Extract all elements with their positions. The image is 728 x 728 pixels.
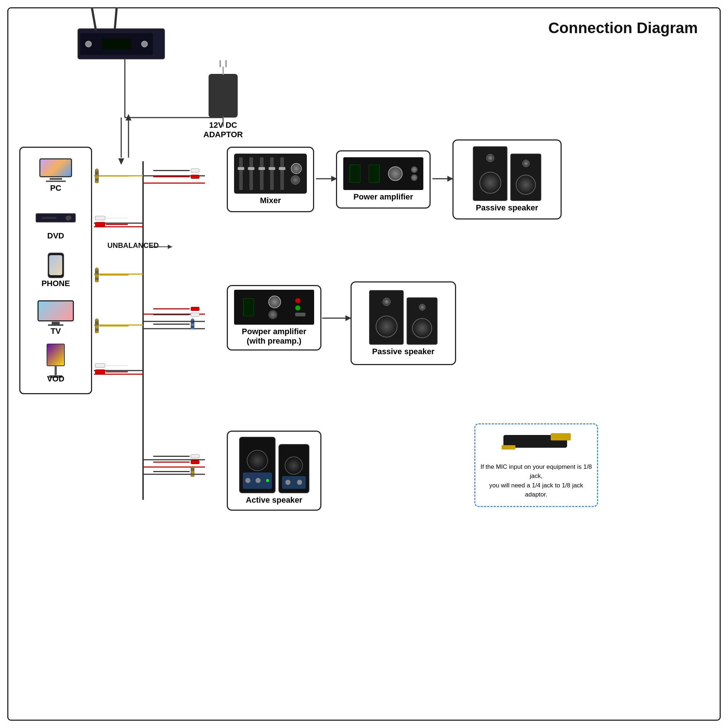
power-amp-image xyxy=(343,157,423,190)
active-speaker-label: Active speaker xyxy=(246,496,302,505)
preamp-controls xyxy=(268,295,281,319)
passive-speaker-mid: Passive speaker xyxy=(350,281,456,365)
amp-knob-2 xyxy=(411,174,418,181)
mixer-input-cables xyxy=(153,168,199,180)
woofer-right-mid xyxy=(412,318,432,338)
active-tweeter-second xyxy=(291,448,297,455)
mixer-knobs-panel xyxy=(291,163,302,185)
ctrl-knob-2 xyxy=(255,478,261,483)
mixer-cable-1 xyxy=(153,168,199,173)
cable-black-1 xyxy=(153,170,190,171)
preamp-led-2 xyxy=(295,305,300,310)
svg-marker-6 xyxy=(125,114,132,121)
source-dvd: DVD xyxy=(24,205,87,241)
trs-plug-phone xyxy=(95,268,99,282)
ctrl-knob-3 xyxy=(285,480,291,485)
adaptor-note-2: you will need a 1/4 jack to 1/8 jack ada… xyxy=(479,481,593,499)
rca-red-cable xyxy=(106,224,128,225)
dvd-cable xyxy=(95,216,128,226)
cable-red-pre xyxy=(153,308,190,309)
fader-knob-1 xyxy=(238,167,244,170)
wireless-receiver xyxy=(78,28,172,59)
mixer-cable-2 xyxy=(153,175,199,179)
speaker-right-top xyxy=(510,154,541,201)
rca-red-plug xyxy=(95,222,105,226)
receiver-knob-1 xyxy=(85,41,92,47)
rca-white-act xyxy=(191,454,199,458)
passive-speaker-top-label: Passive speaker xyxy=(476,203,538,213)
trs-yellow-act xyxy=(191,466,194,477)
fader-4 xyxy=(270,157,274,190)
preamp-cable-black xyxy=(153,313,199,317)
amp-knob-big xyxy=(388,166,402,181)
active-cable-group xyxy=(153,454,199,477)
source-vod-label: VOD xyxy=(47,374,64,384)
active-control-panel xyxy=(243,473,272,489)
fader-knob-5 xyxy=(279,167,285,170)
dc-adaptor: 12V DC ADAPTOR xyxy=(198,74,249,139)
woofer-right-top xyxy=(516,175,536,195)
source-devices-box: PC DVD PHONE xyxy=(19,147,92,394)
amp-meter-1 xyxy=(349,165,360,183)
rca-red-pre xyxy=(191,307,199,311)
mixer-component: Mixer xyxy=(227,147,314,212)
cable-line-phone xyxy=(99,274,128,275)
tweeter-left-mid xyxy=(382,298,391,306)
tv-cable xyxy=(95,318,128,333)
woofer-left-top xyxy=(479,172,501,194)
passive-speaker-pair-mid xyxy=(369,290,437,345)
power-amp-label: Power amplifier xyxy=(353,192,413,202)
active-speaker-second xyxy=(278,444,309,493)
preamp-cable-trs xyxy=(153,318,199,329)
passive-speaker-pair-top xyxy=(473,146,541,201)
speaker-right-mid xyxy=(407,297,437,345)
fader-2 xyxy=(249,157,253,190)
dvd-rca-pair xyxy=(95,216,128,226)
active-speaker-component: Active speaker xyxy=(227,431,321,511)
page-title: Connection Diagram xyxy=(548,19,698,37)
source-phone-label: PHONE xyxy=(41,279,70,288)
vod-rca-white-plug xyxy=(95,363,105,368)
preamp-cable-group xyxy=(153,307,199,329)
adaptor-image xyxy=(209,74,238,118)
rca-white-pre xyxy=(191,313,199,317)
trs-plug-tv xyxy=(95,318,99,333)
active-speaker-pair xyxy=(239,437,309,493)
source-tv-label: TV xyxy=(50,327,61,336)
mixer-image xyxy=(234,154,307,194)
cable-black-pre xyxy=(153,314,190,315)
svg-marker-4 xyxy=(118,158,124,165)
tweeter-right-mid xyxy=(419,304,425,310)
receiver-display xyxy=(102,38,131,49)
cable-line-tv xyxy=(99,326,128,327)
preamp-main-knob xyxy=(268,295,281,308)
fader-knob-3 xyxy=(258,167,265,170)
source-phone: PHONE xyxy=(24,252,87,288)
amp-knob-1 xyxy=(411,166,418,173)
ctrl-knob-4 xyxy=(297,480,302,485)
phone-icon xyxy=(36,252,76,278)
active-cable-black xyxy=(153,454,199,458)
source-dvd-label: DVD xyxy=(47,231,64,241)
cable-line-pc xyxy=(99,176,128,177)
mixer-label: Mixer xyxy=(260,196,281,205)
jack-adaptor-box: If the MIC input on your equipment is 1/… xyxy=(474,423,598,507)
active-woofer-second xyxy=(284,456,303,475)
phone-cable xyxy=(95,268,128,282)
pc-icon xyxy=(36,157,76,183)
vod-rca-white xyxy=(95,363,128,368)
rca-red-act xyxy=(191,460,199,464)
rca-white-cable xyxy=(106,218,128,219)
adaptor-note-1: If the MIC input on your equipment is 1/… xyxy=(479,462,593,481)
source-pc: PC xyxy=(24,157,87,193)
dvd-icon xyxy=(36,205,76,230)
trs-blue-pre xyxy=(191,318,194,329)
preamp-button-row xyxy=(295,298,305,316)
vod-icon xyxy=(36,348,76,373)
active-cable-red xyxy=(153,460,199,464)
fader-knob-4 xyxy=(269,167,275,170)
cable-black-act xyxy=(153,456,190,457)
preamp-sub-knob xyxy=(268,310,277,319)
active-control-panel-2 xyxy=(282,476,306,489)
power-amplifier-component: Power amplifier xyxy=(336,150,431,209)
